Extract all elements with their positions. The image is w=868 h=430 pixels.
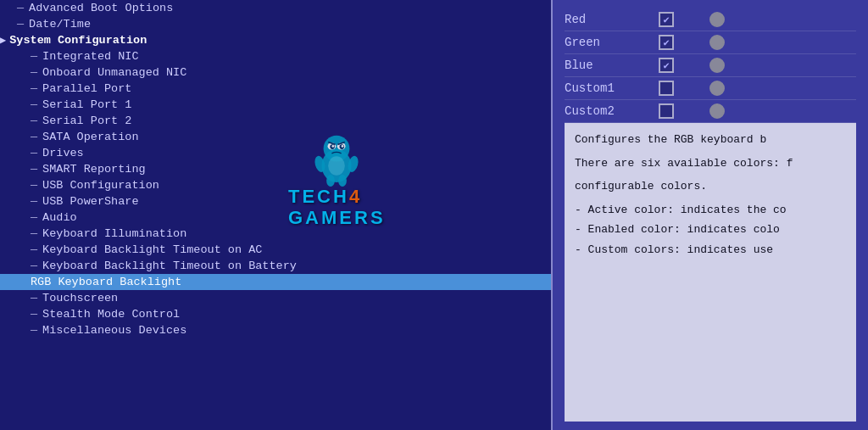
dash-icon: — [17,18,24,31]
color-row-blue: Blue✔ [565,54,856,77]
menu-item-advanced-boot-options[interactable]: —Advanced Boot Options [0,0,551,16]
menu-item-serial-port-2[interactable]: —Serial Port 2 [0,113,551,129]
bullet-2: - Custom colors: indicates use [575,242,846,259]
dash-icon: — [31,292,37,304]
dash-icon: — [31,147,37,159]
right-panel: Red✔Green✔Blue✔Custom1Custom2 Configures… [551,0,868,430]
checkbox-icon-custom2[interactable] [659,103,674,119]
dash-icon: — [31,243,37,256]
dash-icon: — [31,195,37,208]
dash-icon: — [31,82,37,95]
menu-item-keyboard-backlight-timeout-ac[interactable]: —Keyboard Backlight Timeout on AC [0,242,551,258]
dash-icon: — [31,50,37,63]
radio-container-custom1[interactable] [692,81,743,96]
menu-item-label: Parallel Port [42,82,131,95]
dash-icon: — [31,98,37,111]
description-bullets: - Active color: indicates the co- Enable… [575,202,846,259]
radio-container-red[interactable] [692,12,743,27]
description-box: Configures the RGB keyboard bThere are s… [565,123,856,422]
color-row-red: Red✔ [565,8,856,31]
checkbox-container-blue[interactable]: ✔ [641,58,692,73]
menu-item-label: Keyboard Illumination [42,227,186,240]
radio-icon-red[interactable] [709,12,725,27]
menu-item-label: Advanced Boot Options [29,2,173,14]
color-label-custom2: Custom2 [565,104,641,118]
menu-item-keyboard-backlight-timeout-battery[interactable]: —Keyboard Backlight Timeout on Battery [0,258,551,274]
color-row-custom2: Custom2 [565,100,856,123]
menu-item-onboard-unmanaged-nic[interactable]: —Onboard Unmanaged NIC [0,64,551,81]
menu-item-drives[interactable]: —Drives [0,145,551,161]
description-line2: There are six available colors: f [575,155,846,172]
dash-icon: — [31,66,37,79]
menu-item-sata-operation[interactable]: —SATA Operation [0,129,551,145]
menu-item-label: Serial Port 2 [42,114,131,127]
checkbox-container-custom1[interactable] [641,81,692,96]
menu-item-audio[interactable]: —Audio [0,209,551,226]
dash-icon: — [17,2,24,14]
dash-icon: — [31,324,37,337]
radio-icon-blue[interactable] [709,58,725,73]
dash-icon: — [31,179,37,192]
color-rows: Red✔Green✔Blue✔Custom1Custom2 [565,8,856,123]
menu-list: —Advanced Boot Options—Date/Time▶System … [0,0,551,338]
dash-icon: — [31,260,37,272]
radio-container-custom2[interactable] [692,103,743,119]
left-panel: —Advanced Boot Options—Date/Time▶System … [0,0,551,430]
menu-item-label: Stealth Mode Control [42,308,180,321]
menu-item-integrated-nic[interactable]: —Integrated NIC [0,48,551,64]
radio-icon-custom2[interactable] [709,103,725,119]
menu-item-label: Drives [42,147,84,159]
menu-item-label: Serial Port 1 [42,98,131,111]
dash-icon: — [31,163,37,176]
menu-item-label: System Configuration [9,34,147,47]
description-line3: configurable colors. [575,178,846,195]
checkbox-container-green[interactable]: ✔ [641,35,692,50]
color-row-custom1: Custom1 [565,77,856,100]
menu-item-label: SMART Reporting [42,163,146,176]
menu-item-usb-configuration[interactable]: —USB Configuration [0,177,551,193]
bullet-0: - Active color: indicates the co [575,202,846,219]
menu-item-system-configuration[interactable]: ▶System Configuration [0,32,551,48]
checkbox-icon-green[interactable]: ✔ [659,35,674,50]
dash-icon: — [31,114,37,127]
checkbox-icon-blue[interactable]: ✔ [659,58,674,73]
checkbox-icon-red[interactable]: ✔ [659,12,674,27]
dash-icon: — [31,227,37,240]
menu-item-parallel-port[interactable]: —Parallel Port [0,81,551,97]
menu-item-serial-port-1[interactable]: —Serial Port 1 [0,97,551,113]
menu-item-label: Keyboard Backlight Timeout on AC [42,243,262,256]
menu-item-date-time[interactable]: —Date/Time [0,16,551,32]
menu-item-keyboard-illumination[interactable]: —Keyboard Illumination [0,226,551,242]
menu-item-label: USB Configuration [42,179,159,192]
menu-item-label: Date/Time [29,18,91,31]
dash-icon: — [31,131,37,143]
color-label-green: Green [565,36,641,49]
menu-item-touchscreen[interactable]: —Touchscreen [0,290,551,306]
color-row-green: Green✔ [565,31,856,54]
dash-icon: — [31,308,37,321]
description-line1: Configures the RGB keyboard b [575,131,846,148]
radio-icon-green[interactable] [709,35,725,50]
checkbox-container-custom2[interactable] [641,103,692,119]
radio-icon-custom1[interactable] [709,81,725,96]
radio-container-green[interactable] [692,35,743,50]
menu-item-rgb-keyboard-backlight[interactable]: RGB Keyboard Backlight [0,274,551,290]
bullet-1: - Enabled color: indicates colo [575,221,846,238]
radio-container-blue[interactable] [692,58,743,73]
color-label-custom1: Custom1 [565,81,641,95]
menu-item-stealth-mode-control[interactable]: —Stealth Mode Control [0,306,551,322]
dash-icon: — [31,211,37,224]
menu-item-label: Touchscreen [42,292,118,304]
menu-item-smart-reporting[interactable]: —SMART Reporting [0,161,551,177]
checkbox-container-red[interactable]: ✔ [641,12,692,27]
menu-item-miscellaneous-devices[interactable]: —Miscellaneous Devices [0,322,551,338]
color-label-red: Red [565,13,641,26]
menu-item-label: Audio [42,211,77,224]
menu-item-label: Keyboard Backlight Timeout on Battery [42,260,297,272]
menu-item-label: Miscellaneous Devices [42,324,186,337]
menu-item-label: RGB Keyboard Backlight [31,276,181,288]
color-label-blue: Blue [565,59,641,72]
menu-item-label: Onboard Unmanaged NIC [42,66,186,79]
menu-item-usb-powershare[interactable]: —USB PowerShare [0,193,551,209]
checkbox-icon-custom1[interactable] [659,81,674,96]
